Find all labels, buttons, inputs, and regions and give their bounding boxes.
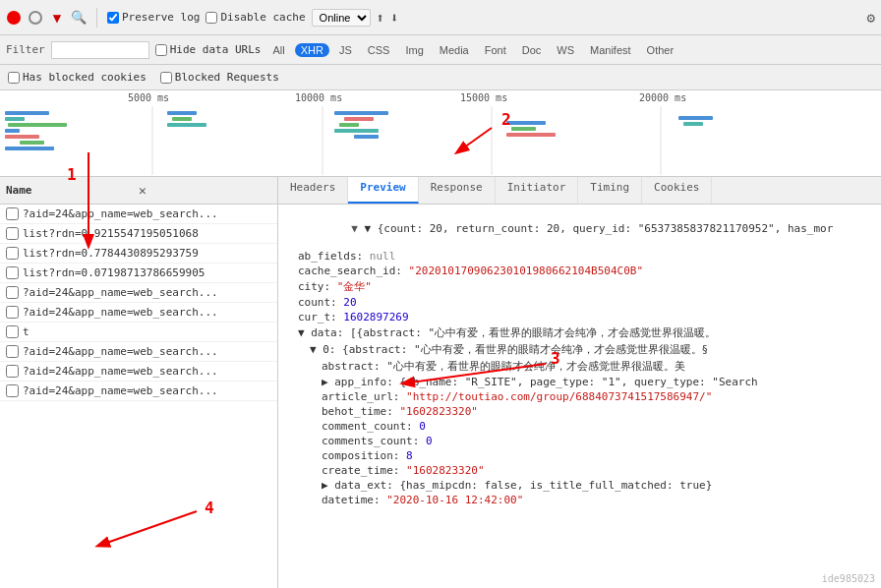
json-line: ▼ 0: {abstract: "心中有爱，看世界的眼睛才会纯净，才会感觉世界很…	[286, 341, 873, 358]
separator	[96, 8, 97, 28]
upload-icon[interactable]: ⬆	[377, 10, 384, 26]
json-line: ▶ app_info: {db_name: "R_SITE", page_typ…	[286, 375, 873, 389]
json-line: abstract: "心中有爱，看世界的眼睛才会纯净，才会感觉世界很温暖。美	[286, 358, 873, 375]
right-tabs: Headers Preview Response Initiator Timin…	[278, 177, 881, 205]
toolbar: ▼ 🔍 Preserve log Disable cache Online ⬆ …	[0, 0, 881, 35]
label-1: 1	[67, 165, 77, 184]
svg-rect-5	[5, 117, 25, 121]
request-checkbox[interactable]	[6, 345, 19, 358]
right-panel: Headers Preview Response Initiator Timin…	[278, 177, 881, 588]
json-line: city: "金华"	[286, 278, 873, 295]
request-item[interactable]: ?aid=24&app_name=web_search...	[0, 205, 277, 224]
request-name: list?rdn=0.9215547195051068	[23, 227, 199, 240]
name-column-header: Name	[6, 184, 139, 197]
blocked-requests-wrap[interactable]: Blocked Requests	[160, 71, 279, 84]
request-checkbox[interactable]	[6, 247, 19, 260]
online-select[interactable]: Online	[312, 9, 371, 27]
filter-label: Filter	[6, 43, 45, 56]
hide-data-urls-label: Hide data URLs	[170, 43, 262, 56]
filter-all[interactable]: All	[266, 43, 290, 57]
filter-ws[interactable]: WS	[551, 43, 580, 57]
request-checkbox[interactable]	[6, 266, 19, 279]
close-button[interactable]: ✕	[139, 183, 271, 198]
record-button[interactable]	[6, 10, 22, 26]
filter-media[interactable]: Media	[434, 43, 475, 57]
json-summary[interactable]: ▼ ▼ {count: 20, return_count: 20, query_…	[286, 208, 873, 249]
request-item[interactable]: ?aid=24&app_name=web_search...	[0, 382, 277, 401]
request-item[interactable]: ?aid=24&app_name=web_search...	[0, 303, 277, 323]
filter-buttons: All XHR JS CSS Img Media Font Doc WS Man…	[266, 43, 679, 57]
filter-font[interactable]: Font	[479, 43, 512, 57]
request-checkbox[interactable]	[6, 207, 19, 220]
request-item[interactable]: ?aid=24&app_name=web_search...	[0, 342, 277, 362]
left-panel: Name ✕ ?aid=24&app_name=web_search...lis…	[0, 177, 278, 588]
request-checkbox[interactable]	[6, 325, 19, 338]
json-lines: ab_fields: nullcache_search_id: "2020101…	[286, 249, 873, 507]
timeline-label-10000: 10000 ms	[295, 92, 342, 103]
svg-rect-10	[5, 147, 54, 150]
svg-rect-23	[683, 122, 703, 126]
svg-rect-18	[354, 135, 379, 139]
tab-response[interactable]: Response	[419, 177, 496, 204]
expand-root-icon[interactable]: ▼	[351, 222, 364, 235]
request-item[interactable]: ?aid=24&app_name=web_search...	[0, 362, 277, 382]
filter-input[interactable]	[51, 41, 149, 59]
tab-timing[interactable]: Timing	[578, 177, 642, 204]
json-line: create_time: "1602823320"	[286, 463, 873, 478]
request-item[interactable]: list?rdn=0.9215547195051068	[0, 224, 277, 244]
json-line: behot_time: "1602823320"	[286, 404, 873, 419]
request-name: ?aid=24&app_name=web_search...	[23, 286, 218, 299]
filter-other[interactable]: Other	[641, 43, 680, 57]
tab-initiator[interactable]: Initiator	[496, 177, 579, 204]
tab-headers[interactable]: Headers	[278, 177, 348, 204]
hide-data-urls-checkbox[interactable]	[155, 44, 167, 56]
json-line: cache_search_id: "2020101709062301019806…	[286, 264, 873, 278]
clear-button[interactable]: ▼	[49, 10, 65, 26]
settings-icon[interactable]: ⚙	[867, 10, 875, 26]
json-line: composition: 8	[286, 448, 873, 463]
svg-rect-13	[167, 123, 206, 127]
filter-css[interactable]: CSS	[362, 43, 396, 57]
request-item[interactable]: list?rdn=0.07198713786659905	[0, 264, 277, 283]
tab-preview[interactable]: Preview	[348, 177, 418, 204]
filter-js[interactable]: JS	[333, 43, 358, 57]
blocked-cookies-checkbox[interactable]	[8, 72, 20, 84]
label-4: 4	[205, 499, 214, 517]
disable-cache-label: Disable cache	[220, 11, 305, 24]
filter-doc[interactable]: Doc	[516, 43, 548, 57]
svg-rect-20	[511, 127, 536, 131]
request-checkbox[interactable]	[6, 227, 19, 240]
watermark: ide985023	[822, 573, 875, 584]
request-name: list?rdn=0.07198713786659905	[23, 266, 205, 279]
request-name: ?aid=24&app_name=web_search...	[23, 207, 218, 220]
filter-xhr[interactable]: XHR	[295, 43, 329, 57]
request-checkbox[interactable]	[6, 306, 19, 319]
svg-rect-6	[8, 123, 67, 127]
svg-rect-7	[5, 129, 20, 133]
hide-data-urls-wrap[interactable]: Hide data URLs	[155, 43, 262, 56]
filter-img[interactable]: Img	[399, 43, 429, 57]
svg-rect-14	[334, 111, 388, 115]
disable-cache-checkbox[interactable]	[206, 12, 217, 24]
svg-rect-11	[167, 111, 197, 115]
stop-button[interactable]	[28, 10, 43, 26]
disable-cache-checkbox-wrap[interactable]: Disable cache	[206, 11, 305, 24]
preserve-log-checkbox-wrap[interactable]: Preserve log	[107, 11, 200, 24]
request-checkbox[interactable]	[6, 384, 19, 397]
request-item[interactable]: ?aid=24&app_name=web_search...	[0, 283, 277, 303]
filter-manifest[interactable]: Manifest	[584, 43, 637, 57]
request-item[interactable]: list?rdn=0.7784430895293759	[0, 244, 277, 264]
request-checkbox[interactable]	[6, 365, 19, 378]
request-name: ?aid=24&app_name=web_search...	[23, 365, 218, 378]
blocked-cookies-wrap[interactable]: Has blocked cookies	[8, 71, 147, 84]
preserve-log-checkbox[interactable]	[107, 12, 119, 24]
request-checkbox[interactable]	[6, 286, 19, 299]
json-line: datetime: "2020-10-16 12:42:00"	[286, 493, 873, 507]
blocked-requests-checkbox[interactable]	[160, 72, 172, 84]
request-item[interactable]: t	[0, 323, 277, 342]
timeline-label-15000: 15000 ms	[460, 92, 507, 103]
download-icon[interactable]: ⬇	[390, 10, 398, 26]
svg-rect-22	[678, 116, 713, 120]
search-button[interactable]: 🔍	[71, 10, 87, 26]
tab-cookies[interactable]: Cookies	[642, 177, 712, 204]
